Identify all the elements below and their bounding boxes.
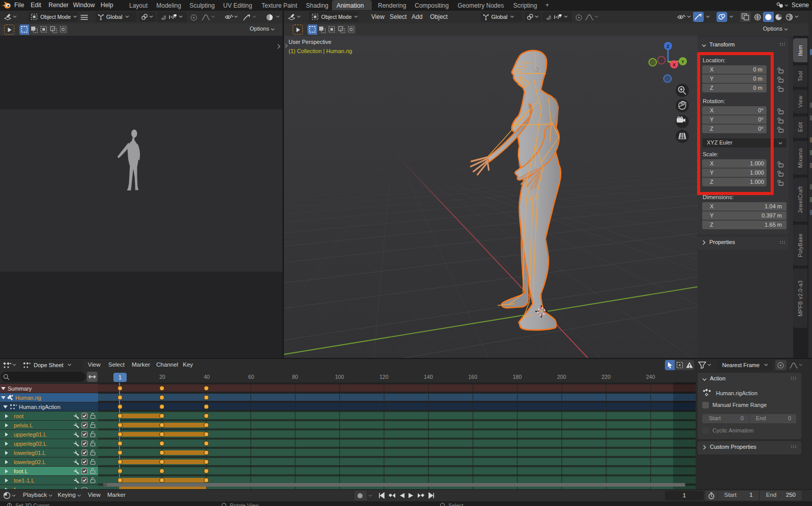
svg-text:Y: Y bbox=[681, 59, 684, 64]
svg-text:X: X bbox=[673, 62, 676, 67]
svg-text:Z: Z bbox=[666, 44, 670, 49]
